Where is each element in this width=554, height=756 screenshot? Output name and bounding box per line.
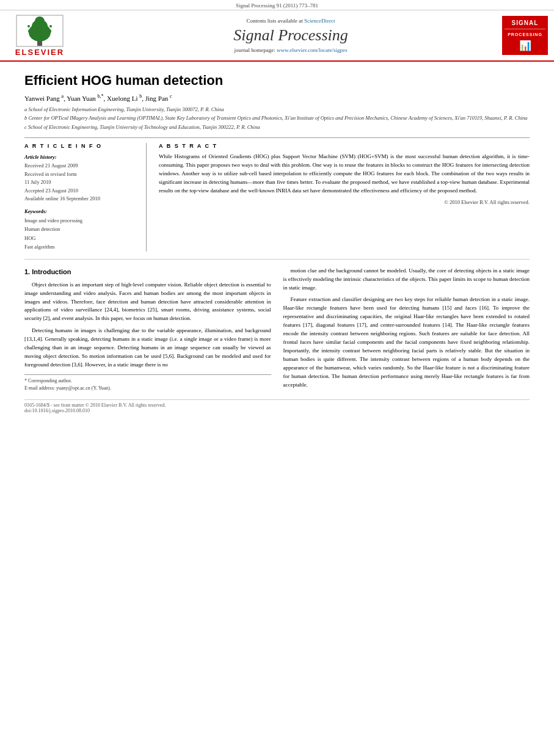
body-paragraph-2: Detecting humans in images is challengin… <box>24 327 271 369</box>
affiliations: a School of Electronic Information Engin… <box>24 106 530 131</box>
journal-homepage: journal homepage: www.elsevier.com/locat… <box>79 47 502 53</box>
author-jing: Jing Pan c <box>145 95 172 102</box>
body-right-column: motion clue and the background cannot be… <box>283 267 530 393</box>
email-note: E-mail address: yuany@opt.ac.cn (Y. Yuan… <box>24 385 271 392</box>
keywords-label: Keywords: <box>24 208 137 214</box>
article-title: Efficient HOG human detection <box>24 73 530 89</box>
abstract-column: A B S T R A C T While Histograms of Orie… <box>159 143 530 252</box>
badge-title: SIGNAL <box>505 20 545 29</box>
sciencedirect-link[interactable]: ScienceDirect <box>304 18 335 24</box>
elsevier-logo: ELSEVIER <box>6 14 73 57</box>
body-paragraph-4: Feature extraction and classifier design… <box>283 296 530 389</box>
divider-1 <box>24 137 530 138</box>
affiliation-a: a School of Electronic Information Engin… <box>24 106 530 114</box>
journal-title: Signal Processing <box>79 26 502 45</box>
bottom-footer: 0165-1684/$ - see front matter © 2010 El… <box>24 399 530 413</box>
keywords-list: Image and video processing Human detecti… <box>24 216 137 252</box>
author-xuelong: Xuelong Li b, <box>107 95 145 102</box>
journal-homepage-link[interactable]: www.elsevier.com/locate/sigpro <box>277 47 347 53</box>
elsevier-tree-icon <box>15 14 64 48</box>
elsevier-brand-text: ELSEVIER <box>15 48 64 57</box>
author-yanwei: Yanwei Pang a, <box>24 95 67 102</box>
sciencedirect-line: Contents lists available at ScienceDirec… <box>79 18 502 24</box>
abstract-heading: A B S T R A C T <box>159 143 530 149</box>
footnote-area: * Corresponding author. E-mail address: … <box>24 374 271 392</box>
journal-center-info: Contents lists available at ScienceDirec… <box>79 18 502 53</box>
footer-doi: doi:10.1016/j.sigpro.2010.08.010 <box>24 408 90 413</box>
body-left-column: 1. Introduction Object detection is an i… <box>24 267 271 393</box>
author-yuan: Yuan Yuan b,*, <box>67 95 107 102</box>
journal-header: ELSEVIER Contents lists available at Sci… <box>0 10 554 62</box>
body-paragraph-3: motion clue and the background cannot be… <box>283 267 530 293</box>
article-meta-row: A R T I C L E I N F O Article history: R… <box>24 143 530 252</box>
corresponding-author-note: * Corresponding author. <box>24 377 271 385</box>
affiliation-b: b Center for OPTical IMagery Analysis an… <box>24 114 530 122</box>
article-dates: Received 21 August 2009 Received in revi… <box>24 162 137 203</box>
article-content: Efficient HOG human detection Yanwei Pan… <box>0 62 554 420</box>
divider-2 <box>24 259 530 260</box>
body-paragraph-1: Object detection is an important step of… <box>24 281 271 324</box>
footer-license-text: 0165-1684/$ - see front matter © 2010 El… <box>24 402 166 408</box>
svg-point-3 <box>35 16 45 26</box>
body-columns: 1. Introduction Object detection is an i… <box>24 267 530 393</box>
journal-citation-bar: Signal Processing 91 (2011) 773–781 <box>0 0 554 10</box>
authors-line: Yanwei Pang a, Yuan Yuan b,*, Xuelong Li… <box>24 93 530 102</box>
svg-point-5 <box>48 29 51 33</box>
article-info-column: A R T I C L E I N F O Article history: R… <box>24 143 147 252</box>
affiliation-c: c School of Electronic Engineering, Tian… <box>24 123 530 131</box>
badge-subtitle: PROCESSING <box>508 32 542 37</box>
abstract-text: While Histograms of Oriented Gradients (… <box>159 153 530 195</box>
copyright-line: © 2010 Elsevier B.V. All rights reserved… <box>159 199 530 205</box>
signal-processing-badge: SIGNAL PROCESSING 📊 <box>502 16 548 55</box>
badge-icon: 📊 <box>505 40 545 51</box>
history-label: Article history: <box>24 154 137 160</box>
journal-citation-text: Signal Processing 91 (2011) 773–781 <box>236 2 318 9</box>
section-1-title: 1. Introduction <box>24 267 271 277</box>
svg-point-6 <box>27 25 30 27</box>
article-info-heading: A R T I C L E I N F O <box>24 143 137 149</box>
svg-point-4 <box>28 29 32 33</box>
svg-point-7 <box>49 25 52 27</box>
